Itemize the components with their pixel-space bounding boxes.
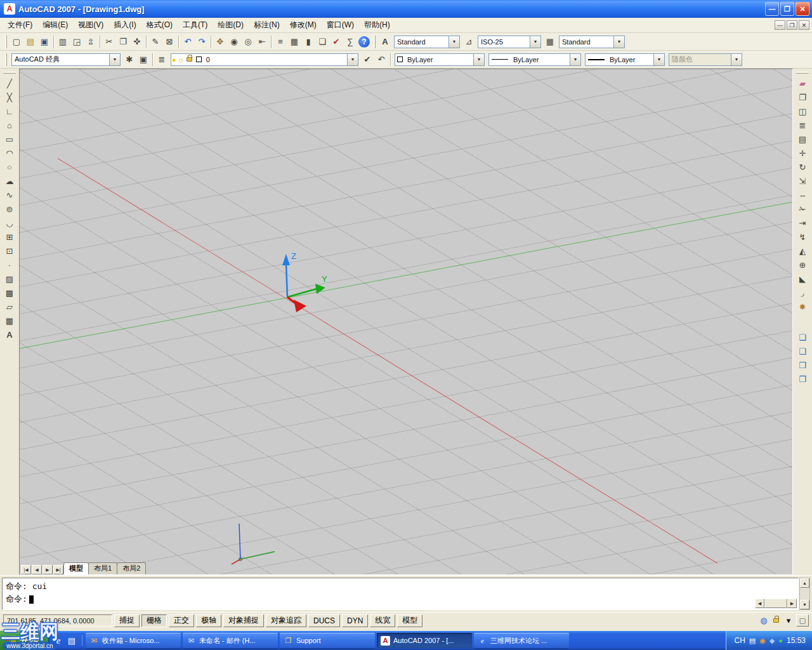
document-restore-button[interactable]: ❐: [787, 20, 797, 30]
menu-dimension[interactable]: 标注(N): [249, 18, 285, 32]
pan-icon[interactable]: ✥: [213, 35, 227, 49]
make-block-icon[interactable]: ⊡: [2, 244, 17, 258]
bring-above-objects-icon[interactable]: ❒: [795, 358, 810, 372]
undo-icon[interactable]: ↶: [181, 35, 195, 49]
tray-app-icon-1[interactable]: ◉: [759, 637, 766, 645]
fillet-icon[interactable]: ◞: [795, 286, 810, 300]
layer-on-bulb-icon[interactable]: ●: [172, 56, 176, 63]
region-icon[interactable]: ▱: [2, 300, 17, 314]
chevron-down-icon[interactable]: ▼: [570, 54, 580, 65]
break-icon[interactable]: ◭: [795, 244, 810, 258]
sheet-set-manager-icon[interactable]: ❏: [315, 35, 329, 49]
minimize-button[interactable]: —: [765, 2, 779, 16]
arc-icon[interactable]: ◠: [2, 146, 17, 160]
gradient-icon[interactable]: ▩: [2, 286, 17, 300]
toolbar-grip[interactable]: [3, 72, 16, 74]
table-icon[interactable]: ▦: [2, 314, 17, 328]
chamfer-icon[interactable]: ◣: [795, 272, 810, 286]
task-support-folder[interactable]: ❒ Support: [280, 633, 375, 648]
chevron-down-icon[interactable]: ▼: [109, 54, 120, 65]
block-editor-icon[interactable]: ⊠: [162, 35, 176, 49]
coordinate-display[interactable]: 701.6185, 471.0684, 0.0000: [3, 614, 112, 627]
menu-format[interactable]: 格式(O): [141, 18, 178, 32]
trim-icon[interactable]: ✁: [795, 202, 810, 216]
toggle-ducs[interactable]: DUCS: [308, 614, 340, 627]
toolbar-grip[interactable]: [5, 53, 7, 66]
clock[interactable]: 15:53: [787, 636, 806, 645]
multiline-text-icon[interactable]: A: [2, 328, 17, 342]
extend-icon[interactable]: ⇥: [795, 216, 810, 230]
rectangle-icon[interactable]: ▭: [2, 132, 17, 146]
toolbar-grip[interactable]: [374, 36, 376, 48]
tray-app-icon-3[interactable]: ●: [778, 637, 783, 644]
title-bar[interactable]: A AutoCAD 2007 - [Drawing1.dwg] — ❐ ✕: [0, 0, 812, 18]
drawing-canvas[interactable]: Z Y |◀ ◀ ▶ ▶| 模型 布局1: [19, 69, 793, 575]
language-indicator[interactable]: CH: [734, 636, 745, 645]
menu-help[interactable]: 帮助(H): [359, 18, 395, 32]
color-combo[interactable]: ByLayer ▼: [395, 53, 485, 66]
point-icon[interactable]: ∙: [2, 258, 17, 272]
tab-prev-button[interactable]: ◀: [32, 565, 42, 574]
spline-icon[interactable]: ∿: [2, 188, 17, 202]
ellipse-icon[interactable]: ⊜: [2, 202, 17, 216]
scroll-up-icon[interactable]: ▲: [800, 578, 809, 588]
polyline-icon[interactable]: ∟: [2, 104, 17, 118]
bring-to-front-icon[interactable]: ❏: [795, 330, 810, 344]
save-workspace-icon[interactable]: ▣: [136, 53, 150, 67]
insert-block-icon[interactable]: ⊞: [2, 230, 17, 244]
toggle-snap[interactable]: 捕捉: [114, 614, 140, 627]
layer-freeze-sun-icon[interactable]: ☼: [178, 56, 184, 63]
paste-icon[interactable]: ✜: [130, 35, 144, 49]
qnew-icon[interactable]: ▢: [10, 35, 23, 49]
menu-edit[interactable]: 编辑(E): [37, 18, 73, 32]
text-style-combo[interactable]: Standard ▼: [394, 36, 460, 48]
array-icon[interactable]: ▤: [795, 132, 810, 146]
zoom-previous-icon[interactable]: ⇤: [255, 35, 269, 49]
task-forum-browser[interactable]: e 三维网技术论坛 ...: [474, 633, 569, 648]
command-horizontal-scrollbar[interactable]: ◀ ▶: [755, 599, 797, 608]
scroll-down-icon[interactable]: ▼: [800, 600, 809, 609]
document-minimize-button[interactable]: —: [775, 20, 785, 30]
command-vertical-scrollbar[interactable]: ▲ ▼: [799, 578, 810, 610]
toolbar-grip[interactable]: [796, 72, 809, 74]
redo-icon[interactable]: ↷: [195, 35, 209, 49]
circle-icon[interactable]: ○: [2, 160, 17, 174]
task-untitled-mail[interactable]: ✉ 未命名 - 邮件 (H...: [183, 633, 278, 648]
scrollbar-thumb[interactable]: [764, 599, 787, 608]
tab-first-button[interactable]: |◀: [21, 565, 31, 574]
stretch-icon[interactable]: ⇔: [795, 188, 810, 202]
tab-model[interactable]: 模型: [63, 562, 89, 574]
layer-previous-icon[interactable]: ↶: [374, 53, 388, 67]
chevron-down-icon[interactable]: ▼: [347, 54, 358, 65]
clean-screen-button[interactable]: ▢: [796, 614, 809, 627]
publish-icon[interactable]: ⇫: [84, 35, 98, 49]
break-at-point-icon[interactable]: ↯: [795, 230, 810, 244]
properties-icon[interactable]: ≡: [273, 35, 287, 49]
tab-layout2[interactable]: 布局2: [117, 562, 146, 574]
ellipse-arc-icon[interactable]: ◡: [2, 216, 17, 230]
open-icon[interactable]: ▤: [23, 35, 37, 49]
save-icon[interactable]: ▣: [37, 35, 51, 49]
menu-view[interactable]: 视图(V): [73, 18, 108, 32]
toolbar-grip[interactable]: [5, 36, 7, 48]
workspace-settings-icon[interactable]: ✱: [122, 53, 136, 67]
design-center-icon[interactable]: ▦: [287, 35, 301, 49]
task-inbox[interactable]: ✉ 收件箱 - Microso...: [86, 633, 181, 648]
tray-app-icon-2[interactable]: ◆: [769, 637, 775, 645]
toggle-dyn[interactable]: DYN: [342, 614, 368, 627]
show-desktop-icon[interactable]: ▤: [66, 635, 77, 646]
tab-next-button[interactable]: ▶: [43, 565, 53, 574]
copy-object-icon[interactable]: ❐: [795, 90, 810, 104]
table-style-icon[interactable]: ▦: [543, 35, 557, 49]
tab-layout1[interactable]: 布局1: [88, 562, 117, 574]
offset-icon[interactable]: ≣: [795, 118, 810, 132]
start-button[interactable]: 开始: [0, 631, 48, 650]
match-properties-icon[interactable]: ✎: [148, 35, 162, 49]
construction-line-icon[interactable]: ╳: [2, 90, 17, 104]
toggle-model-space[interactable]: 模型: [397, 614, 422, 627]
tool-palettes-icon[interactable]: ▮: [301, 35, 315, 49]
internet-explorer-icon[interactable]: e: [53, 635, 64, 646]
send-to-back-icon[interactable]: ❑: [795, 344, 810, 358]
restore-button[interactable]: ❐: [780, 2, 794, 16]
revision-cloud-icon[interactable]: ☁: [2, 174, 17, 188]
